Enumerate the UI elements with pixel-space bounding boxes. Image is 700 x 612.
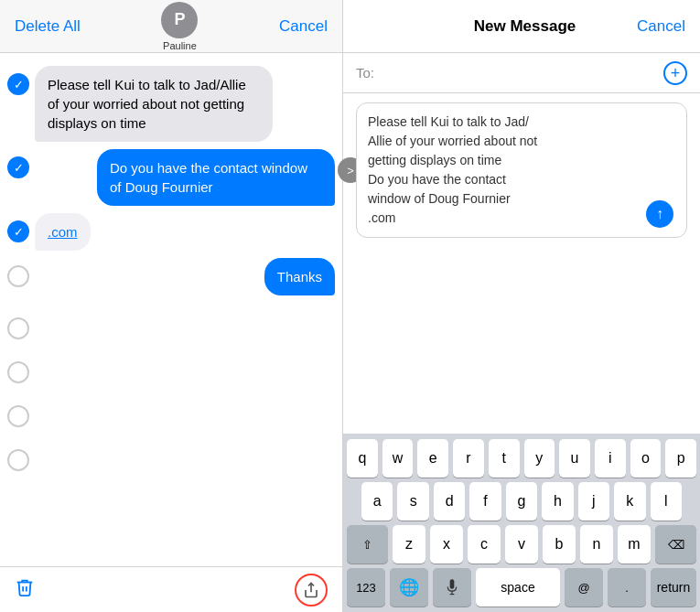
key-j[interactable]: j <box>578 482 609 521</box>
compose-area: > Please tell Kui to talk to Jad/ Allie … <box>343 93 700 434</box>
messages-toolbar <box>0 566 342 612</box>
space-key[interactable]: space <box>476 568 560 607</box>
keyboard: q w e r t y u i o p a s d f g h j k l ⇧ … <box>343 434 700 612</box>
delete-key[interactable]: ⌫ <box>655 525 696 564</box>
key-t[interactable]: t <box>489 439 520 478</box>
keyboard-row-4: 123 🌐 space @ . return <box>347 568 696 607</box>
key-r[interactable]: r <box>453 439 484 478</box>
message-row <box>0 306 342 343</box>
period-key[interactable]: . <box>608 568 646 607</box>
at-key[interactable]: @ <box>565 568 603 607</box>
right-cancel-button[interactable]: Cancel <box>637 17 685 36</box>
message-checkbox[interactable] <box>7 405 29 427</box>
contact-name: Pauline <box>163 40 197 51</box>
messages-header: Delete All P Pauline Cancel <box>0 0 342 53</box>
message-checkbox[interactable] <box>7 361 29 383</box>
messages-panel: Delete All P Pauline Cancel Please tell … <box>0 0 343 612</box>
message-checkbox[interactable] <box>7 156 29 178</box>
key-y[interactable]: y <box>524 439 555 478</box>
svg-rect-1 <box>450 579 455 589</box>
delete-all-button[interactable]: Delete All <box>15 17 81 36</box>
message-checkbox[interactable] <box>7 73 29 95</box>
key-k[interactable]: k <box>614 482 645 521</box>
to-field-row: To: + <box>343 53 700 93</box>
keyboard-row-2: a s d f g h j k l <box>347 482 696 521</box>
message-checkbox[interactable] <box>7 220 29 242</box>
delete-button[interactable] <box>15 577 35 602</box>
shift-key[interactable]: ⇧ <box>347 525 388 564</box>
keyboard-row-3: ⇧ z x c v b n m ⌫ <box>347 525 696 564</box>
key-v[interactable]: v <box>505 525 538 564</box>
avatar: P <box>161 2 198 38</box>
share-button[interactable] <box>295 574 328 607</box>
key-l[interactable]: l <box>651 482 682 521</box>
key-z[interactable]: z <box>393 525 425 564</box>
keyboard-row-1: q w e r t y u i o p <box>347 439 696 478</box>
message-row: Do you have the contact window of Doug F… <box>0 145 342 209</box>
contact-info: P Pauline <box>161 2 198 51</box>
key-o[interactable]: o <box>630 439 662 478</box>
message-checkbox[interactable] <box>7 317 29 339</box>
message-text: Thanks <box>277 269 322 285</box>
key-a[interactable]: a <box>361 482 393 521</box>
key-b[interactable]: b <box>543 525 576 564</box>
message-row <box>0 394 342 431</box>
numbers-key[interactable]: 123 <box>347 568 385 607</box>
send-button[interactable]: ↑ <box>646 200 673 228</box>
message-text: .com <box>48 224 78 240</box>
message-row: Thanks <box>0 254 342 299</box>
return-key[interactable]: return <box>651 568 696 607</box>
key-x[interactable]: x <box>430 525 463 564</box>
message-text: Do you have the contact window of Doug F… <box>110 160 307 195</box>
message-text: Please tell Kui to talk to Jad/Allie of … <box>48 77 246 131</box>
key-c[interactable]: c <box>468 525 501 564</box>
key-e[interactable]: e <box>417 439 448 478</box>
key-n[interactable]: n <box>580 525 613 564</box>
message-bubble: Thanks <box>264 258 335 295</box>
message-bubble: Please tell Kui to talk to Jad/Allie of … <box>35 66 273 142</box>
messages-list: Please tell Kui to talk to Jad/Allie of … <box>0 53 342 566</box>
left-cancel-button[interactable]: Cancel <box>279 17 328 36</box>
add-recipient-button[interactable]: + <box>663 61 687 85</box>
key-q[interactable]: q <box>347 439 378 478</box>
key-f[interactable]: f <box>469 482 501 521</box>
new-message-panel: New Message Cancel To: + > Please tell K… <box>343 0 700 612</box>
message-row: .com <box>0 209 342 254</box>
key-s[interactable]: s <box>397 482 428 521</box>
to-input[interactable] <box>380 65 658 81</box>
message-row <box>0 350 342 387</box>
key-i[interactable]: i <box>595 439 626 478</box>
key-p[interactable]: p <box>665 439 696 478</box>
globe-key[interactable]: 🌐 <box>390 568 428 607</box>
key-m[interactable]: m <box>618 525 651 564</box>
message-checkbox[interactable] <box>7 449 29 471</box>
new-message-title: New Message <box>474 17 576 36</box>
message-row <box>0 438 342 475</box>
message-bubble: Do you have the contact window of Doug F… <box>97 149 335 206</box>
compose-bubble[interactable]: Please tell Kui to talk to Jad/ Allie of… <box>356 102 687 238</box>
message-bubble: .com <box>35 213 91 251</box>
key-h[interactable]: h <box>542 482 573 521</box>
compose-text: Please tell Kui to talk to Jad/ Allie of… <box>368 114 537 225</box>
message-checkbox[interactable] <box>7 265 29 287</box>
mic-key[interactable] <box>433 568 471 607</box>
key-u[interactable]: u <box>559 439 590 478</box>
key-d[interactable]: d <box>434 482 465 521</box>
message-row: Please tell Kui to talk to Jad/Allie of … <box>0 62 342 145</box>
new-message-header: New Message Cancel <box>343 0 700 53</box>
key-g[interactable]: g <box>506 482 537 521</box>
key-w[interactable]: w <box>382 439 414 478</box>
to-label: To: <box>356 65 374 81</box>
